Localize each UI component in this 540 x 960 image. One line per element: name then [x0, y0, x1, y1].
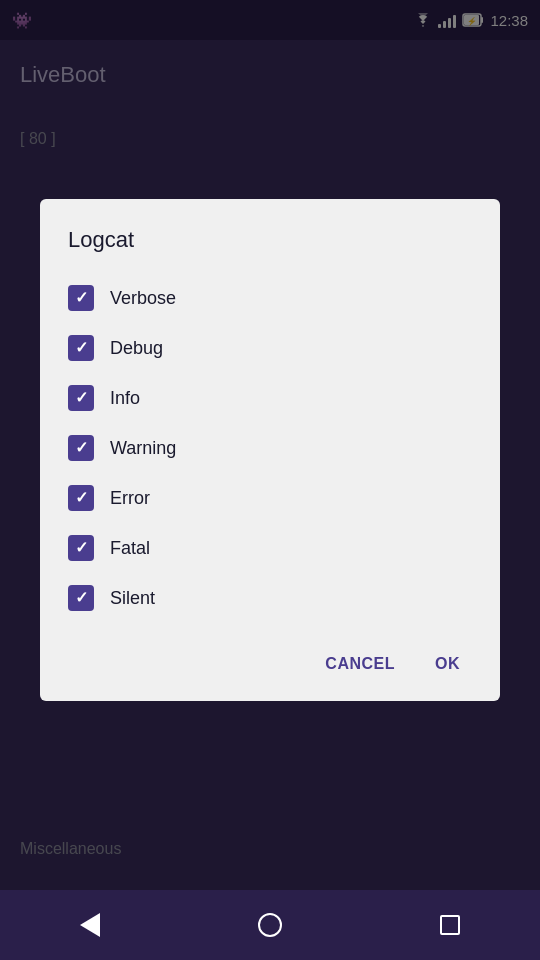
checkbox-info-check: ✓	[75, 390, 88, 406]
ok-button[interactable]: Ok	[423, 647, 472, 681]
checkbox-warning-label: Warning	[110, 438, 176, 459]
nav-back-button[interactable]	[65, 900, 115, 950]
checkbox-error-check: ✓	[75, 490, 88, 506]
checkbox-fatal-label: Fatal	[110, 538, 150, 559]
checkbox-debug[interactable]: ✓ Debug	[68, 323, 472, 373]
nav-home-button[interactable]	[245, 900, 295, 950]
checkbox-silent-box[interactable]: ✓	[68, 585, 94, 611]
checkbox-silent-check: ✓	[75, 590, 88, 606]
dialog-buttons: CANCEL Ok	[68, 647, 472, 681]
checkbox-error[interactable]: ✓ Error	[68, 473, 472, 523]
checkbox-warning-check: ✓	[75, 440, 88, 456]
dialog-title: Logcat	[68, 227, 472, 253]
checkbox-fatal-box[interactable]: ✓	[68, 535, 94, 561]
bottom-nav	[0, 890, 540, 960]
checkbox-verbose-check: ✓	[75, 290, 88, 306]
recent-icon	[440, 915, 460, 935]
checkbox-info-label: Info	[110, 388, 140, 409]
checkbox-warning-box[interactable]: ✓	[68, 435, 94, 461]
checkbox-verbose[interactable]: ✓ Verbose	[68, 273, 472, 323]
checkbox-silent-label: Silent	[110, 588, 155, 609]
checkbox-debug-box[interactable]: ✓	[68, 335, 94, 361]
checkbox-fatal-check: ✓	[75, 540, 88, 556]
checkbox-error-box[interactable]: ✓	[68, 485, 94, 511]
checkbox-fatal[interactable]: ✓ Fatal	[68, 523, 472, 573]
checkbox-info-box[interactable]: ✓	[68, 385, 94, 411]
nav-recent-button[interactable]	[425, 900, 475, 950]
checkbox-verbose-label: Verbose	[110, 288, 176, 309]
checkbox-debug-label: Debug	[110, 338, 163, 359]
cancel-button[interactable]: CANCEL	[313, 647, 407, 681]
checkbox-verbose-box[interactable]: ✓	[68, 285, 94, 311]
checkbox-error-label: Error	[110, 488, 150, 509]
checkbox-warning[interactable]: ✓ Warning	[68, 423, 472, 473]
checkbox-silent[interactable]: ✓ Silent	[68, 573, 472, 623]
logcat-dialog: Logcat ✓ Verbose ✓ Debug ✓ Info ✓	[40, 199, 500, 701]
checkbox-debug-check: ✓	[75, 340, 88, 356]
checkbox-info[interactable]: ✓ Info	[68, 373, 472, 423]
dialog-overlay: Logcat ✓ Verbose ✓ Debug ✓ Info ✓	[0, 0, 540, 960]
back-icon	[80, 913, 100, 937]
home-icon	[258, 913, 282, 937]
